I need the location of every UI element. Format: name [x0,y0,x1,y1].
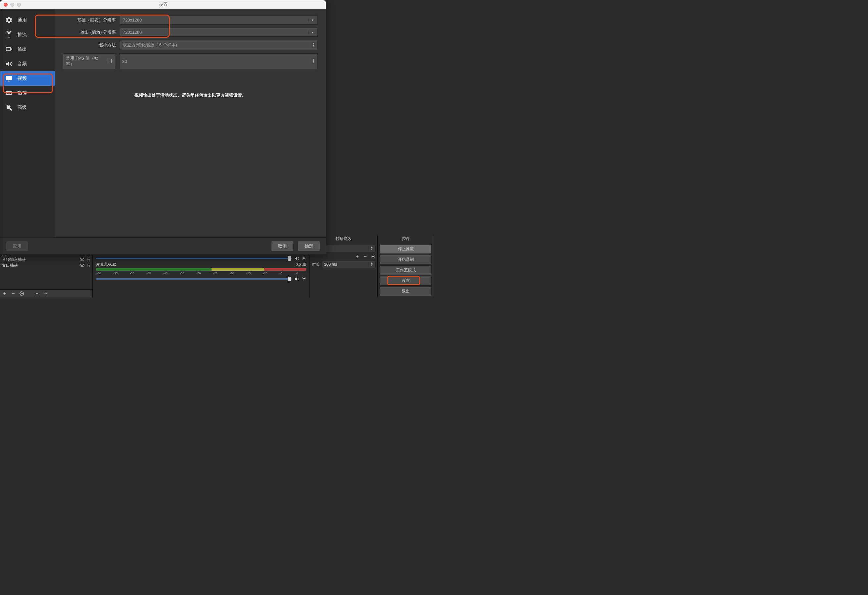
svg-rect-12 [6,76,12,80]
fps-value-select[interactable]: 30 ▲▼ [119,53,318,69]
svg-point-4 [81,265,83,266]
settings-video-pane: 基础（画布）分辨率 720x1280 ▾ 输出 (缩放) 分辨率 720x128… [55,9,326,237]
sidebar-item-video[interactable]: 视频 [0,71,55,86]
ok-button[interactable]: 确定 [298,241,320,251]
sidebar-item-stream[interactable]: 推流 [0,28,55,42]
dialog-titlebar: 设置 [0,0,326,9]
dialog-footer: 应用 取消 确定 [0,237,326,255]
slider-thumb[interactable] [288,277,291,281]
source-row[interactable]: 窗口捕获 [2,262,90,268]
sidebar-item-hotkeys[interactable]: 热键 [0,86,55,100]
sidebar-item-label: 推流 [18,32,27,38]
sidebar-item-label: 输出 [18,46,27,52]
apply-button[interactable]: 应用 [6,241,28,251]
lock-icon[interactable] [86,257,90,262]
video-active-warning: 视频输出处于活动状态。请关闭任何输出以更改视频设置。 [63,92,318,98]
lock-icon[interactable] [86,263,90,268]
speaker-icon[interactable] [294,276,300,281]
spin-icon: ▲▼ [108,59,113,63]
tools-icon [4,104,13,111]
sidebar-item-general[interactable]: 通用 [0,13,55,28]
mic-db-value: 0.0 dB [296,262,306,267]
settings-dialog: 设置 通用 推流 输出 [0,0,326,255]
controls-dock: 控件 停止推流 开始录制 工作室模式 设置 退出 [378,235,434,298]
sources-toolbar [0,289,92,298]
antenna-icon [4,31,13,38]
downscale-label: 缩小方法 [63,42,116,48]
source-label: 音频输入捕获 [2,257,26,262]
chevron-down-icon[interactable] [43,291,48,296]
monitor-icon [4,75,13,82]
downscale-select[interactable]: 双立方(锐化缩放, 16 个样本) ▲▼ [120,40,318,50]
studio-mode-button[interactable]: 工作室模式 [380,265,432,275]
sidebar-item-label: 音频 [18,61,27,67]
chevron-up-icon[interactable] [34,291,40,296]
spin-icon: ▲▼ [310,43,315,47]
svg-point-6 [21,293,22,294]
speaker-icon [4,60,13,68]
plus-icon[interactable] [355,254,360,259]
spin-icon: ▲▼ [310,59,315,63]
svg-rect-11 [6,47,10,51]
svg-point-2 [81,259,83,260]
base-resolution-value: 720x1280 [123,18,142,22]
mixer-scale: -60-55-50-45-40-35-30-25-20-15-10-50 [96,272,306,275]
dialog-title: 设置 [0,1,326,7]
mic-channel-header: 麦克风/Aux 0.0 dB [96,262,306,267]
stop-stream-button[interactable]: 停止推流 [380,244,432,254]
svg-point-10 [9,33,10,34]
output-resolution-value: 720x1280 [123,30,142,35]
sidebar-item-audio[interactable]: 音频 [0,57,55,71]
source-row[interactable]: 音频输入捕获 [2,256,90,262]
mic-meter [96,268,306,271]
output-resolution-select[interactable]: 720x1280 ▾ [120,28,318,37]
duration-value: 300 ms [324,262,337,267]
downscale-value: 双立方(锐化缩放, 16 个样本) [123,42,177,48]
minus-icon[interactable] [10,291,16,296]
keyboard-icon [4,89,13,97]
plus-icon[interactable] [2,291,7,296]
controls-title: 控件 [378,235,434,243]
exit-button[interactable]: 退出 [380,287,432,296]
output-icon [4,46,13,53]
desktop-audio-slider[interactable] [96,256,306,261]
sidebar-item-label: 视频 [18,75,27,81]
mic-slider[interactable] [96,276,306,281]
chevron-down-icon: ▾ [308,18,315,22]
slider-thumb[interactable] [288,256,291,261]
sidebar-item-label: 高级 [18,105,27,110]
base-resolution-select[interactable]: 720x1280 ▾ [120,16,318,25]
eye-icon[interactable] [80,257,84,262]
source-label: 窗口捕获 [2,263,18,268]
base-resolution-label: 基础（画布）分辨率 [63,17,116,23]
svg-point-9 [372,256,374,257]
svg-rect-3 [87,259,90,261]
settings-button[interactable]: 设置 [380,276,432,286]
output-resolution-label: 输出 (缩放) 分辨率 [63,29,116,35]
speaker-icon[interactable] [294,256,300,261]
svg-point-7 [303,258,304,259]
fps-type-label: 常用 FPS 值（帧率） [66,55,106,67]
gear-icon[interactable] [301,256,306,261]
chevron-down-icon: ▾ [308,31,315,34]
sidebar-item-output[interactable]: 输出 [0,42,55,57]
duration-label: 时长 [312,262,320,267]
gear-icon[interactable] [19,291,25,296]
eye-icon[interactable] [80,263,84,268]
gear-icon[interactable] [371,254,375,259]
minus-icon[interactable] [363,254,368,259]
sidebar-item-label: 通用 [18,17,27,23]
gear-icon[interactable] [301,276,306,281]
fps-value: 30 [122,59,127,64]
sidebar-item-advanced[interactable]: 高级 [0,100,55,115]
mic-channel-name: 麦克风/Aux [96,262,116,267]
duration-spinner[interactable]: 300 ms ▲▼ [322,261,375,268]
fps-type-select[interactable]: 常用 FPS 值（帧率） ▲▼ [63,53,116,69]
svg-rect-5 [87,265,90,267]
sidebar-item-label: 热键 [18,90,27,96]
start-record-button[interactable]: 开始录制 [380,255,432,264]
svg-point-8 [303,278,304,279]
settings-sidebar: 通用 推流 输出 音频 [0,9,55,237]
cancel-button[interactable]: 取消 [272,241,293,251]
gear-icon [4,16,13,24]
